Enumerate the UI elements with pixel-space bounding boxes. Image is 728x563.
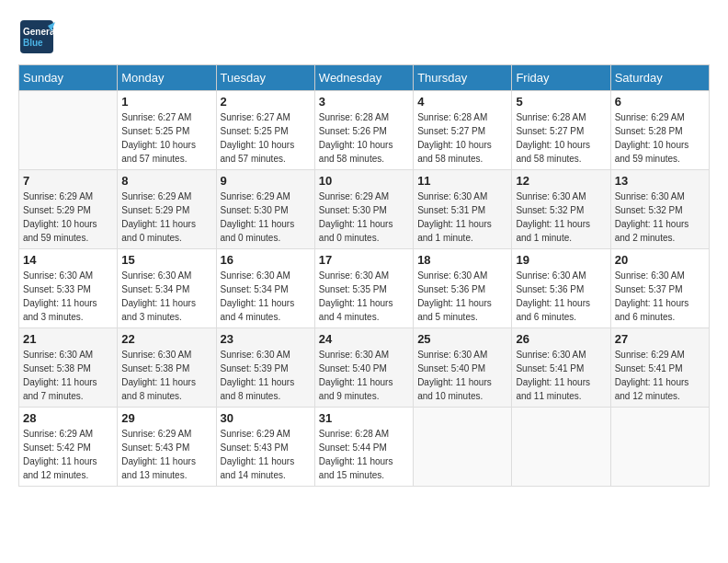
column-header-saturday: Saturday <box>610 65 709 91</box>
calendar-cell <box>610 408 709 487</box>
calendar-cell: 6Sunrise: 6:29 AMSunset: 5:28 PMDaylight… <box>610 91 709 170</box>
calendar-week-row: 14Sunrise: 6:30 AMSunset: 5:33 PMDayligh… <box>19 249 710 328</box>
calendar-week-row: 7Sunrise: 6:29 AMSunset: 5:29 PMDaylight… <box>19 170 710 249</box>
calendar-cell: 18Sunrise: 6:30 AMSunset: 5:36 PMDayligh… <box>414 249 512 328</box>
day-number: 31 <box>319 411 409 425</box>
day-info: Sunrise: 6:29 AMSunset: 5:43 PMDaylight:… <box>121 427 211 482</box>
calendar-cell: 10Sunrise: 6:29 AMSunset: 5:30 PMDayligh… <box>314 170 413 249</box>
day-number: 17 <box>319 253 409 267</box>
day-number: 16 <box>221 253 311 267</box>
calendar-week-row: 1Sunrise: 6:27 AMSunset: 5:25 PMDaylight… <box>19 91 710 170</box>
column-header-tuesday: Tuesday <box>216 65 314 91</box>
day-info: Sunrise: 6:29 AMSunset: 5:41 PMDaylight:… <box>615 348 705 403</box>
day-number: 11 <box>417 174 507 188</box>
day-info: Sunrise: 6:30 AMSunset: 5:32 PMDaylight:… <box>516 190 606 245</box>
calendar-cell <box>19 91 118 170</box>
day-info: Sunrise: 6:30 AMSunset: 5:38 PMDaylight:… <box>23 348 113 403</box>
calendar-cell <box>414 408 512 487</box>
day-number: 30 <box>221 411 311 425</box>
day-number: 6 <box>615 95 705 109</box>
day-info: Sunrise: 6:27 AMSunset: 5:25 PMDaylight:… <box>221 110 311 166</box>
day-info: Sunrise: 6:30 AMSunset: 5:41 PMDaylight:… <box>516 348 606 403</box>
calendar-cell: 31Sunrise: 6:28 AMSunset: 5:44 PMDayligh… <box>314 408 413 487</box>
calendar-cell: 14Sunrise: 6:30 AMSunset: 5:33 PMDayligh… <box>19 249 118 328</box>
calendar-cell: 27Sunrise: 6:29 AMSunset: 5:41 PMDayligh… <box>610 328 709 408</box>
logo: General Blue <box>18 18 55 55</box>
calendar-cell: 23Sunrise: 6:30 AMSunset: 5:39 PMDayligh… <box>216 328 314 408</box>
day-number: 9 <box>221 174 311 188</box>
day-info: Sunrise: 6:28 AMSunset: 5:26 PMDaylight:… <box>319 110 409 166</box>
logo-icon: General Blue <box>18 18 55 55</box>
calendar-cell: 7Sunrise: 6:29 AMSunset: 5:29 PMDaylight… <box>19 170 118 249</box>
day-info: Sunrise: 6:28 AMSunset: 5:27 PMDaylight:… <box>417 110 507 166</box>
calendar-cell: 29Sunrise: 6:29 AMSunset: 5:43 PMDayligh… <box>118 408 216 487</box>
day-number: 8 <box>121 174 211 188</box>
calendar-cell: 19Sunrise: 6:30 AMSunset: 5:36 PMDayligh… <box>512 249 610 328</box>
day-info: Sunrise: 6:29 AMSunset: 5:29 PMDaylight:… <box>23 190 113 245</box>
day-number: 10 <box>319 174 409 188</box>
day-number: 22 <box>121 332 211 346</box>
day-number: 19 <box>516 253 606 267</box>
calendar-cell: 12Sunrise: 6:30 AMSunset: 5:32 PMDayligh… <box>512 170 610 249</box>
column-header-friday: Friday <box>512 65 610 91</box>
day-number: 23 <box>221 332 311 346</box>
day-number: 12 <box>516 174 606 188</box>
calendar-cell: 28Sunrise: 6:29 AMSunset: 5:42 PMDayligh… <box>19 408 118 487</box>
calendar-cell: 21Sunrise: 6:30 AMSunset: 5:38 PMDayligh… <box>19 328 118 408</box>
svg-rect-0 <box>20 20 53 53</box>
page-header: General Blue <box>18 18 710 55</box>
calendar-week-row: 28Sunrise: 6:29 AMSunset: 5:42 PMDayligh… <box>19 408 710 487</box>
day-info: Sunrise: 6:30 AMSunset: 5:33 PMDaylight:… <box>23 269 113 324</box>
day-info: Sunrise: 6:30 AMSunset: 5:36 PMDaylight:… <box>516 269 606 324</box>
day-info: Sunrise: 6:27 AMSunset: 5:25 PMDaylight:… <box>121 110 211 166</box>
day-info: Sunrise: 6:29 AMSunset: 5:30 PMDaylight:… <box>221 190 311 245</box>
day-number: 26 <box>516 332 606 346</box>
day-number: 1 <box>121 95 211 109</box>
calendar-cell: 9Sunrise: 6:29 AMSunset: 5:30 PMDaylight… <box>216 170 314 249</box>
calendar-cell: 8Sunrise: 6:29 AMSunset: 5:29 PMDaylight… <box>118 170 216 249</box>
calendar-cell: 25Sunrise: 6:30 AMSunset: 5:40 PMDayligh… <box>414 328 512 408</box>
day-number: 29 <box>121 411 211 425</box>
column-header-wednesday: Wednesday <box>314 65 413 91</box>
day-info: Sunrise: 6:30 AMSunset: 5:37 PMDaylight:… <box>615 269 705 324</box>
day-info: Sunrise: 6:29 AMSunset: 5:43 PMDaylight:… <box>221 427 311 482</box>
column-header-monday: Monday <box>118 65 216 91</box>
day-number: 13 <box>615 174 705 188</box>
day-number: 28 <box>23 411 113 425</box>
day-number: 25 <box>417 332 507 346</box>
day-info: Sunrise: 6:30 AMSunset: 5:34 PMDaylight:… <box>221 269 311 324</box>
day-info: Sunrise: 6:29 AMSunset: 5:42 PMDaylight:… <box>23 427 113 482</box>
calendar-cell: 11Sunrise: 6:30 AMSunset: 5:31 PMDayligh… <box>414 170 512 249</box>
day-info: Sunrise: 6:30 AMSunset: 5:39 PMDaylight:… <box>221 348 311 403</box>
calendar-cell <box>512 408 610 487</box>
calendar-cell: 30Sunrise: 6:29 AMSunset: 5:43 PMDayligh… <box>216 408 314 487</box>
day-info: Sunrise: 6:30 AMSunset: 5:40 PMDaylight:… <box>417 348 507 403</box>
calendar-cell: 26Sunrise: 6:30 AMSunset: 5:41 PMDayligh… <box>512 328 610 408</box>
calendar-cell: 17Sunrise: 6:30 AMSunset: 5:35 PMDayligh… <box>314 249 413 328</box>
day-info: Sunrise: 6:30 AMSunset: 5:31 PMDaylight:… <box>417 190 507 245</box>
calendar-cell: 22Sunrise: 6:30 AMSunset: 5:38 PMDayligh… <box>118 328 216 408</box>
calendar-cell: 13Sunrise: 6:30 AMSunset: 5:32 PMDayligh… <box>610 170 709 249</box>
calendar-cell: 1Sunrise: 6:27 AMSunset: 5:25 PMDaylight… <box>118 91 216 170</box>
day-info: Sunrise: 6:30 AMSunset: 5:35 PMDaylight:… <box>319 269 409 324</box>
day-number: 24 <box>319 332 409 346</box>
day-number: 3 <box>319 95 409 109</box>
day-info: Sunrise: 6:30 AMSunset: 5:34 PMDaylight:… <box>121 269 211 324</box>
day-info: Sunrise: 6:30 AMSunset: 5:38 PMDaylight:… <box>121 348 211 403</box>
calendar-cell: 2Sunrise: 6:27 AMSunset: 5:25 PMDaylight… <box>216 91 314 170</box>
day-number: 20 <box>615 253 705 267</box>
day-number: 18 <box>417 253 507 267</box>
day-info: Sunrise: 6:28 AMSunset: 5:44 PMDaylight:… <box>319 427 409 482</box>
day-info: Sunrise: 6:28 AMSunset: 5:27 PMDaylight:… <box>516 110 606 166</box>
day-number: 4 <box>417 95 507 109</box>
calendar-cell: 3Sunrise: 6:28 AMSunset: 5:26 PMDaylight… <box>314 91 413 170</box>
calendar-cell: 24Sunrise: 6:30 AMSunset: 5:40 PMDayligh… <box>314 328 413 408</box>
calendar-week-row: 21Sunrise: 6:30 AMSunset: 5:38 PMDayligh… <box>19 328 710 408</box>
day-number: 14 <box>23 253 113 267</box>
calendar-cell: 16Sunrise: 6:30 AMSunset: 5:34 PMDayligh… <box>216 249 314 328</box>
day-number: 5 <box>516 95 606 109</box>
day-info: Sunrise: 6:30 AMSunset: 5:40 PMDaylight:… <box>319 348 409 403</box>
day-info: Sunrise: 6:29 AMSunset: 5:30 PMDaylight:… <box>319 190 409 245</box>
day-number: 15 <box>121 253 211 267</box>
calendar-cell: 20Sunrise: 6:30 AMSunset: 5:37 PMDayligh… <box>610 249 709 328</box>
